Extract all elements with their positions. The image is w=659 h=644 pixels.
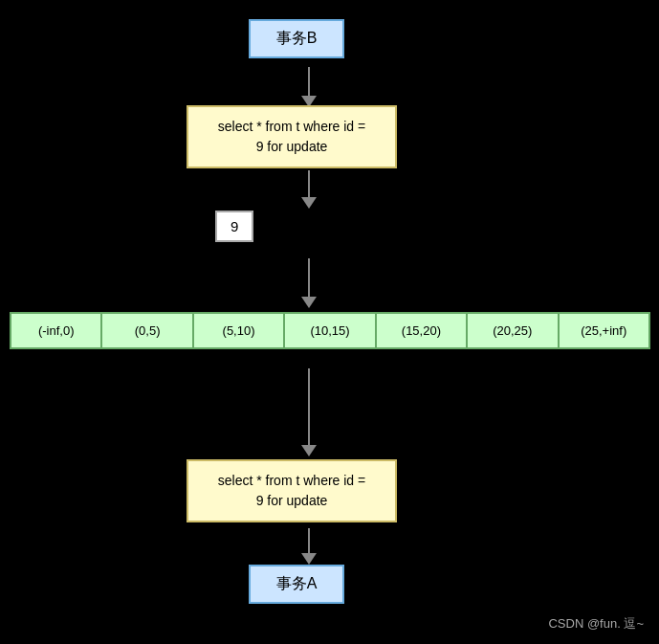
range-cell-2: (5,10) (194, 314, 285, 347)
arrow-to-range (301, 258, 317, 308)
query-text-top: select * from t where id = 9 for update (187, 105, 397, 168)
transaction-b-box: 事务B (249, 19, 344, 58)
arrow-range-down (301, 368, 317, 456)
range-cell-6: (25,+inf) (560, 314, 648, 347)
result-value-top: 9 (215, 211, 253, 242)
transaction-b-label: 事务B (249, 19, 344, 58)
arrow-b-down (301, 67, 317, 107)
transaction-a-box: 事务A (249, 565, 344, 604)
query-box-top: select * from t where id = 9 for update (187, 105, 397, 168)
arrow-query-bottom-down (301, 528, 317, 565)
range-cell-5: (20,25) (468, 314, 559, 347)
query-box-bottom: select * from t where id = 9 for update (187, 459, 397, 522)
transaction-a-label: 事务A (249, 565, 344, 604)
range-cell-1: (0,5) (102, 314, 193, 347)
range-cell-0: (-inf,0) (11, 314, 102, 347)
arrow-query-top-down (301, 170, 317, 209)
query-text-bottom: select * from t where id = 9 for update (187, 459, 397, 522)
range-cell-4: (15,20) (377, 314, 468, 347)
result-box-top: 9 (215, 211, 253, 242)
range-cell-3: (10,15) (285, 314, 376, 347)
range-bar: (-inf,0) (0,5) (5,10) (10,15) (15,20) (2… (10, 312, 650, 349)
watermark: CSDN @fun. 逗~ (548, 615, 644, 633)
